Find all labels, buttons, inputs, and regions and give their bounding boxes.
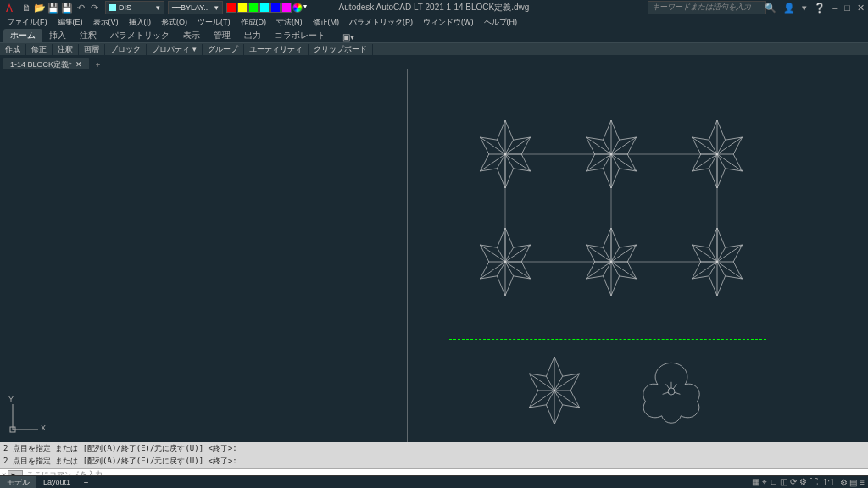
panel-utility[interactable]: ユーティリティ: [244, 44, 309, 55]
panel-clipboard[interactable]: クリップボード: [309, 44, 373, 55]
ribbon-expand-icon[interactable]: ▣▾: [336, 31, 361, 42]
panel-layer[interactable]: 画層: [79, 44, 105, 55]
menu-bar: ファイル(F) 編集(E) 表示(V) 挿入(I) 形式(O) ツール(T) 作…: [0, 15, 868, 29]
min-button[interactable]: –: [832, 3, 837, 13]
layer-selector[interactable]: DIS ▾: [105, 1, 164, 14]
menu-view[interactable]: 表示(V): [90, 17, 122, 28]
menu-edit[interactable]: 編集(E): [54, 17, 86, 28]
quick-access-toolbar: 🗎 📂 💾 💾 ↶ ↷: [20, 2, 100, 14]
tab-insert[interactable]: 挿入: [42, 29, 73, 42]
panel-create[interactable]: 作成: [0, 44, 26, 55]
command-history-line: 2 点目を指定 または [配列(A)/終了(E)/元に戻す(U)] <終了>:: [0, 442, 868, 455]
panel-group[interactable]: グループ: [203, 44, 244, 55]
signin-icon[interactable]: 👤: [783, 3, 795, 14]
open-icon[interactable]: 📂: [34, 2, 46, 14]
search-icon[interactable]: 🔍: [765, 3, 776, 14]
help-icon[interactable]: ❔: [814, 3, 826, 14]
status-more-icon[interactable]: ⚙ ▤ ≡: [840, 478, 865, 487]
menu-draw[interactable]: 作成(D): [237, 17, 270, 28]
layout-tab-model[interactable]: モデル: [0, 476, 36, 489]
new-tab-icon[interactable]: ＋: [94, 59, 102, 70]
menu-dimension[interactable]: 寸法(N): [273, 17, 306, 28]
menu-file[interactable]: ファイル(F): [3, 17, 51, 28]
close-button[interactable]: ✕: [857, 3, 865, 14]
menu-modify[interactable]: 修正(M): [309, 17, 343, 28]
menu-window[interactable]: ウィンドウ(W): [420, 17, 477, 28]
redo-icon[interactable]: ↷: [88, 2, 100, 14]
tab-manage[interactable]: 管理: [207, 29, 237, 42]
autocad-logo[interactable]: [3, 2, 15, 14]
app-title: Autodesk AutoCAD LT 2021 1-14 BLOCK定義.dw…: [339, 2, 530, 14]
ribbon-tabs: ホーム 挿入 注釈 パラメトリック 表示 管理 出力 コラボレート ▣▾: [0, 29, 868, 42]
add-layout-icon[interactable]: ＋: [77, 477, 95, 488]
close-tab-icon[interactable]: ✕: [75, 60, 82, 69]
block-star: [471, 117, 539, 191]
linetype-selector[interactable]: ━━ BYLAY... ▾: [168, 1, 223, 14]
max-button[interactable]: □: [844, 3, 850, 13]
block-star: [471, 225, 539, 299]
drawing-area[interactable]: Y X: [0, 69, 868, 442]
block-star-source: [520, 353, 588, 428]
panel-block[interactable]: ブロック: [105, 44, 147, 55]
tab-view[interactable]: 表示: [176, 29, 207, 42]
menu-tools[interactable]: ツール(T): [194, 17, 234, 28]
save-icon[interactable]: 💾: [47, 2, 59, 14]
command-history-line: 2 点目を指定 または [配列(A)/終了(E)/元に戻す(U)] <終了>:: [0, 455, 868, 468]
status-icons[interactable]: ▦ ⌖ ∟ ◫ ⟳ ⚙ ⛶: [752, 477, 817, 487]
menu-insert[interactable]: 挿入(I): [125, 17, 155, 28]
panel-properties[interactable]: プロパティ ▾: [147, 44, 203, 55]
panel-modify[interactable]: 修正: [26, 44, 53, 55]
undo-icon[interactable]: ↶: [75, 2, 86, 14]
divider-line: [449, 339, 766, 340]
menu-format[interactable]: 形式(O): [158, 17, 191, 28]
new-icon[interactable]: 🗎: [20, 2, 32, 14]
ribbon-panels: 作成 修正 注釈 画層 ブロック プロパティ ▾ グループ ユーティリティ クリ…: [0, 42, 868, 55]
menu-parametric[interactable]: パラメトリック(P): [346, 17, 416, 28]
saveas-icon[interactable]: 💾: [61, 2, 73, 14]
block-star: [683, 225, 751, 299]
block-star: [577, 117, 645, 191]
menu-help[interactable]: ヘルプ(H): [481, 17, 521, 28]
panel-annotate[interactable]: 注釈: [53, 44, 79, 55]
tab-parametric[interactable]: パラメトリック: [103, 29, 176, 42]
block-star: [577, 225, 645, 299]
tab-annotate[interactable]: 注釈: [73, 29, 103, 42]
command-window[interactable]: 2 点目を指定 または [配列(A)/終了(E)/元に戻す(U)] <終了>: …: [0, 442, 868, 476]
color-swatches[interactable]: ▾: [226, 3, 312, 13]
tab-output[interactable]: 出力: [237, 29, 268, 42]
block-flower: [637, 358, 705, 425]
help-search[interactable]: キーワードまたは語句を入力: [648, 1, 766, 14]
status-bar: モデル Layout1 ＋ ▦ ⌖ ∟ ◫ ⟳ ⚙ ⛶ 1:1 ⚙ ▤ ≡: [0, 475, 868, 488]
ucs-icon: Y X: [8, 400, 42, 435]
tab-collaborate[interactable]: コラボレート: [268, 29, 332, 42]
layout-tab-1[interactable]: Layout1: [36, 477, 77, 487]
signin-chevron-icon[interactable]: ▾: [802, 3, 807, 14]
tab-home[interactable]: ホーム: [3, 29, 42, 42]
block-star: [683, 117, 751, 191]
status-scale[interactable]: 1:1: [823, 478, 835, 487]
